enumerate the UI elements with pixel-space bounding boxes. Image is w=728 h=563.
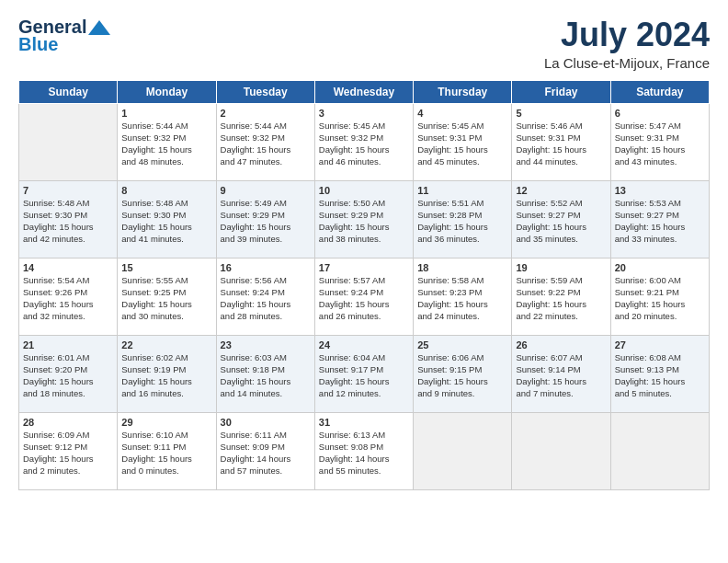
cell-text: Daylight: 15 hours bbox=[121, 376, 211, 388]
calendar-cell-3-2: 23Sunrise: 6:03 AMSunset: 9:18 PMDayligh… bbox=[216, 335, 314, 412]
cell-text: and 36 minutes. bbox=[417, 234, 507, 246]
calendar-cell-0-5: 5Sunrise: 5:46 AMSunset: 9:31 PMDaylight… bbox=[512, 103, 610, 180]
cell-text: Daylight: 15 hours bbox=[417, 222, 507, 234]
cell-text: Sunrise: 5:47 AM bbox=[615, 121, 705, 132]
calendar-cell-4-4 bbox=[414, 412, 512, 489]
cell-text: Daylight: 15 hours bbox=[221, 222, 311, 234]
day-number: 15 bbox=[121, 261, 211, 275]
day-number: 20 bbox=[615, 261, 705, 275]
calendar-cell-2-2: 16Sunrise: 5:56 AMSunset: 9:24 PMDayligh… bbox=[216, 258, 314, 335]
cell-text: Daylight: 14 hours bbox=[221, 454, 311, 465]
cell-text: and 44 minutes. bbox=[516, 156, 606, 168]
calendar-cell-4-3: 31Sunrise: 6:13 AMSunset: 9:08 PMDayligh… bbox=[314, 412, 413, 489]
cell-text: Daylight: 15 hours bbox=[615, 376, 705, 388]
cell-text: and 32 minutes. bbox=[23, 311, 113, 323]
page: General Blue July 2024 La Cluse-et-Mijou… bbox=[0, 0, 728, 563]
cell-text: and 5 minutes. bbox=[615, 388, 705, 400]
cell-text: Daylight: 15 hours bbox=[615, 222, 705, 234]
day-number: 22 bbox=[121, 339, 211, 352]
cell-text: Daylight: 15 hours bbox=[417, 376, 507, 388]
cell-text: Sunrise: 5:44 AM bbox=[121, 121, 211, 132]
cell-text: Sunrise: 5:53 AM bbox=[615, 198, 705, 210]
cell-text: Daylight: 15 hours bbox=[615, 144, 705, 156]
day-number: 3 bbox=[319, 107, 409, 121]
calendar-cell-0-6: 6Sunrise: 5:47 AMSunset: 9:31 PMDaylight… bbox=[610, 103, 709, 180]
calendar-cell-3-6: 27Sunrise: 6:08 AMSunset: 9:13 PMDayligh… bbox=[610, 335, 709, 412]
cell-text: and 30 minutes. bbox=[121, 311, 211, 323]
day-number: 2 bbox=[221, 107, 311, 121]
calendar-cell-0-4: 4Sunrise: 5:45 AMSunset: 9:31 PMDaylight… bbox=[414, 103, 512, 180]
day-number: 4 bbox=[417, 107, 507, 121]
week-row-1: 1Sunrise: 5:44 AMSunset: 9:32 PMDaylight… bbox=[19, 103, 710, 180]
col-friday: Friday bbox=[512, 80, 610, 103]
calendar-cell-3-5: 26Sunrise: 6:07 AMSunset: 9:14 PMDayligh… bbox=[512, 335, 610, 412]
calendar-cell-1-0: 7Sunrise: 5:48 AMSunset: 9:30 PMDaylight… bbox=[19, 180, 118, 258]
cell-text: Daylight: 15 hours bbox=[319, 144, 409, 156]
cell-text: Sunset: 9:32 PM bbox=[121, 132, 211, 144]
cell-text: Sunset: 9:31 PM bbox=[417, 132, 507, 144]
logo-blue: Blue bbox=[18, 34, 58, 55]
day-number: 14 bbox=[23, 261, 113, 275]
calendar-cell-0-1: 1Sunrise: 5:44 AMSunset: 9:32 PMDaylight… bbox=[118, 103, 216, 180]
cell-text: Daylight: 14 hours bbox=[319, 454, 409, 465]
day-number: 23 bbox=[221, 339, 311, 352]
cell-text: Sunset: 9:15 PM bbox=[417, 364, 507, 376]
subtitle: La Cluse-et-Mijoux, France bbox=[544, 55, 710, 71]
day-number: 1 bbox=[121, 107, 211, 121]
cell-text: and 22 minutes. bbox=[516, 311, 606, 323]
cell-text: and 24 minutes. bbox=[417, 311, 507, 323]
cell-text: and 20 minutes. bbox=[615, 311, 705, 323]
col-thursday: Thursday bbox=[414, 80, 512, 103]
cell-text: Sunrise: 6:09 AM bbox=[23, 430, 113, 442]
cell-text: Sunset: 9:27 PM bbox=[615, 210, 705, 222]
title-block: July 2024 La Cluse-et-Mijoux, France bbox=[544, 17, 710, 71]
cell-text: Sunrise: 6:08 AM bbox=[615, 352, 705, 364]
cell-text: Sunrise: 5:58 AM bbox=[417, 275, 507, 287]
cell-text: and 42 minutes. bbox=[23, 234, 113, 246]
day-number: 7 bbox=[23, 184, 113, 198]
cell-text: Sunrise: 5:48 AM bbox=[121, 198, 211, 210]
calendar-cell-2-0: 14Sunrise: 5:54 AMSunset: 9:26 PMDayligh… bbox=[19, 258, 118, 335]
cell-text: Daylight: 15 hours bbox=[516, 144, 606, 156]
cell-text: Sunset: 9:17 PM bbox=[319, 364, 409, 376]
svg-marker-0 bbox=[88, 20, 110, 35]
day-number: 12 bbox=[516, 184, 606, 198]
day-number: 5 bbox=[516, 107, 606, 121]
cell-text: Sunset: 9:31 PM bbox=[516, 132, 606, 144]
calendar-cell-1-4: 11Sunrise: 5:51 AMSunset: 9:28 PMDayligh… bbox=[414, 180, 512, 258]
cell-text: Sunset: 9:32 PM bbox=[319, 132, 409, 144]
cell-text: Sunset: 9:19 PM bbox=[121, 364, 211, 376]
cell-text: Daylight: 15 hours bbox=[516, 376, 606, 388]
cell-text: Daylight: 15 hours bbox=[121, 454, 211, 465]
main-title: July 2024 bbox=[544, 17, 710, 53]
day-number: 17 bbox=[319, 261, 409, 275]
cell-text: Sunset: 9:29 PM bbox=[319, 210, 409, 222]
cell-text: Sunrise: 5:56 AM bbox=[221, 275, 311, 287]
cell-text: and 46 minutes. bbox=[319, 156, 409, 168]
calendar-cell-2-1: 15Sunrise: 5:55 AMSunset: 9:25 PMDayligh… bbox=[118, 258, 216, 335]
cell-text: Sunset: 9:08 PM bbox=[319, 442, 409, 454]
cell-text: Sunset: 9:13 PM bbox=[615, 364, 705, 376]
calendar-cell-2-5: 19Sunrise: 5:59 AMSunset: 9:22 PMDayligh… bbox=[512, 258, 610, 335]
day-number: 13 bbox=[615, 184, 705, 198]
cell-text: Sunset: 9:11 PM bbox=[121, 442, 211, 454]
cell-text: Sunset: 9:23 PM bbox=[417, 287, 507, 299]
calendar-cell-4-0: 28Sunrise: 6:09 AMSunset: 9:12 PMDayligh… bbox=[19, 412, 118, 489]
cell-text: and 47 minutes. bbox=[221, 156, 311, 168]
day-number: 11 bbox=[417, 184, 507, 198]
cell-text: and 18 minutes. bbox=[23, 388, 113, 400]
cell-text: Sunset: 9:31 PM bbox=[615, 132, 705, 144]
cell-text: and 12 minutes. bbox=[319, 388, 409, 400]
day-number: 21 bbox=[23, 339, 113, 352]
cell-text: Daylight: 15 hours bbox=[23, 454, 113, 465]
cell-text: Sunset: 9:30 PM bbox=[23, 210, 113, 222]
cell-text: Sunset: 9:24 PM bbox=[319, 287, 409, 299]
cell-text: Daylight: 15 hours bbox=[221, 376, 311, 388]
cell-text: Daylight: 15 hours bbox=[121, 144, 211, 156]
cell-text: Daylight: 15 hours bbox=[319, 376, 409, 388]
cell-text: and 16 minutes. bbox=[121, 388, 211, 400]
week-row-4: 21Sunrise: 6:01 AMSunset: 9:20 PMDayligh… bbox=[19, 335, 710, 412]
cell-text: and 38 minutes. bbox=[319, 234, 409, 246]
cell-text: Daylight: 15 hours bbox=[221, 144, 311, 156]
cell-text: Sunrise: 5:49 AM bbox=[221, 198, 311, 210]
